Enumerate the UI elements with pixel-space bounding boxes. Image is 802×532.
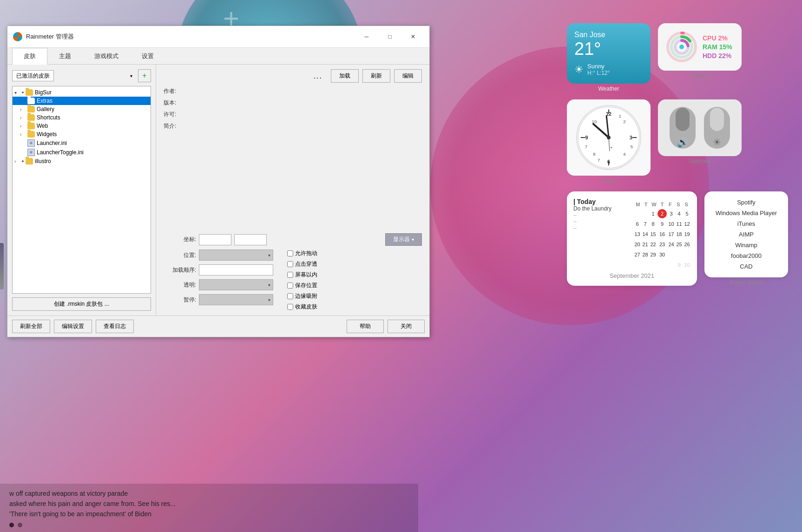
- transparent-label: 透明:: [164, 281, 196, 289]
- cal-day: 23: [657, 240, 667, 249]
- help-button[interactable]: 帮助: [347, 320, 384, 333]
- tree-item-widgets[interactable]: › Widgets: [13, 130, 151, 138]
- svg-text:6: 6: [607, 159, 610, 164]
- player-item[interactable]: foobar2000: [711, 251, 782, 260]
- tab-gamemode[interactable]: 游戏模式: [83, 48, 130, 65]
- cal-day: 29: [650, 250, 657, 259]
- tree-item-bigsur[interactable]: ▾ BigSur: [13, 88, 151, 97]
- tree-item-web[interactable]: › Web: [13, 122, 151, 130]
- player-item[interactable]: AIMP: [711, 230, 782, 239]
- close-button[interactable]: ✕: [402, 30, 424, 44]
- tree-item-extras[interactable]: › Extras: [13, 97, 151, 105]
- tree-item-shortcuts[interactable]: › Shortcuts: [13, 113, 151, 122]
- tab-skin[interactable]: 皮肤: [12, 48, 47, 65]
- save-position-label: 保存位置: [295, 282, 317, 289]
- coord-x-input[interactable]: [199, 234, 231, 245]
- tree-item-illustro[interactable]: › illustro: [13, 157, 151, 165]
- on-screen-label: 屏幕以内: [295, 271, 317, 279]
- tree-label-bigsur: BigSur: [35, 89, 52, 96]
- scroll-indicator: [0, 243, 4, 289]
- cal-day: 16: [657, 230, 667, 239]
- player-item[interactable]: Windows Media Player: [711, 209, 782, 217]
- maximize-button[interactable]: □: [379, 30, 401, 44]
- switch-pill-brightness[interactable]: ☀: [704, 107, 730, 149]
- checkbox-allow-drag: 允许拖动: [287, 250, 317, 257]
- snap-edge-checkbox[interactable]: [287, 293, 293, 299]
- favorite-checkbox[interactable]: [287, 304, 293, 310]
- info-desc-row: 简介:: [164, 122, 422, 130]
- cal-dash-3: –: [573, 225, 625, 231]
- refresh-all-button[interactable]: 刷新全部: [12, 320, 50, 333]
- view-log-button[interactable]: 查看日志: [96, 320, 134, 333]
- close-window-button[interactable]: 关闭: [388, 320, 425, 333]
- skin-dropdown[interactable]: 已激活的皮肤: [12, 70, 54, 81]
- refresh-button[interactable]: 刷新: [362, 69, 390, 83]
- minimize-button[interactable]: ─: [356, 30, 377, 44]
- cal-day: 10: [684, 260, 690, 269]
- switch-pill-sound[interactable]: 🔊: [670, 107, 696, 149]
- cal-day: [657, 260, 667, 269]
- transparent-row: 透明:: [164, 279, 273, 290]
- toggle-gallery-icon: ›: [20, 107, 26, 112]
- on-screen-checkbox[interactable]: [287, 272, 293, 278]
- tree-label-extras: Extras: [37, 98, 53, 104]
- tree-item-gallery[interactable]: › Gallery: [13, 105, 151, 113]
- system-ring-area: CPU 2% RAM 15% HDD 22%: [665, 31, 734, 63]
- cal-day: 12: [684, 219, 690, 229]
- pause-select-wrap: [199, 294, 273, 305]
- cal-day: [650, 260, 657, 269]
- load-order-input[interactable]: [199, 264, 273, 276]
- svg-text:1: 1: [619, 113, 621, 118]
- cal-day: 9: [657, 219, 667, 229]
- news-dot-2[interactable]: [18, 523, 22, 527]
- version-label: 版本:: [164, 99, 187, 107]
- file-launcher-icon: ⊞: [27, 139, 35, 147]
- edit-settings-button[interactable]: 编辑设置: [54, 320, 92, 333]
- pause-select[interactable]: [199, 294, 273, 305]
- cal-today-label: | Today: [573, 198, 625, 205]
- cal-day: [668, 250, 675, 259]
- system-widget-label: System: [658, 72, 742, 79]
- player-item[interactable]: iTunes: [711, 219, 782, 228]
- right-top-buttons: ... 加载 刷新 编辑: [164, 69, 422, 85]
- switch-toggle-sound: [676, 108, 690, 131]
- create-rmskin-button[interactable]: 创建 .rmskin 皮肤包 ...: [12, 297, 151, 311]
- skin-dropdown-wrap: 已激活的皮肤 ▾: [12, 70, 135, 81]
- player-item[interactable]: Winamp: [711, 241, 782, 250]
- allow-drag-checkbox[interactable]: [287, 250, 293, 256]
- tree-label-web: Web: [37, 123, 48, 129]
- toggle-web-icon: ›: [20, 124, 26, 129]
- cal-day: [634, 260, 641, 269]
- weather-temp: 21°: [574, 39, 643, 59]
- position-select[interactable]: [199, 250, 273, 261]
- save-position-checkbox[interactable]: [287, 282, 293, 289]
- player-item[interactable]: CAD: [711, 262, 782, 271]
- bottom-right-buttons: 帮助 关闭: [347, 320, 425, 333]
- tab-theme[interactable]: 主题: [47, 48, 83, 65]
- position-row: 位置:: [164, 250, 273, 261]
- tab-settings[interactable]: 设置: [130, 48, 165, 65]
- checkbox-favorite: 收藏皮肤: [287, 303, 317, 311]
- dots-menu-button[interactable]: ...: [309, 69, 327, 83]
- widget-area: San Jose 21° ☀ Sunny H:° L:12° Weather: [567, 23, 788, 286]
- edit-button[interactable]: 编辑: [394, 69, 422, 83]
- checkbox-click-through: 点击穿透: [287, 260, 317, 268]
- news-dot-1[interactable]: [9, 523, 14, 527]
- sound-icon: 🔊: [677, 137, 689, 148]
- tree-item-launchertoggle-ini[interactable]: ⊞ LauncherToggle.ini: [13, 148, 151, 157]
- cal-header-t2: T: [658, 202, 666, 207]
- news-item-2: asked where his pain and anger came from…: [9, 499, 409, 509]
- transparent-select[interactable]: [199, 279, 273, 290]
- coord-y-input[interactable]: [234, 234, 267, 245]
- cal-day: 14: [642, 230, 649, 239]
- player-item[interactable]: Spotify: [711, 198, 782, 207]
- tree-label-illustro: illustro: [35, 158, 51, 164]
- svg-text:7: 7: [598, 158, 600, 163]
- window-title: Rainmeter 管理器: [26, 33, 74, 41]
- tree-item-launcher-ini[interactable]: ⊞ Launcher.ini: [13, 138, 151, 148]
- monitor-button[interactable]: 显示器 ▾: [385, 233, 422, 246]
- click-through-checkbox[interactable]: [287, 261, 293, 267]
- load-button[interactable]: 加载: [331, 69, 359, 83]
- add-skin-button[interactable]: +: [138, 69, 151, 82]
- calendar-widget-container: | Today Do the Laundry – – – M T W T: [567, 191, 697, 286]
